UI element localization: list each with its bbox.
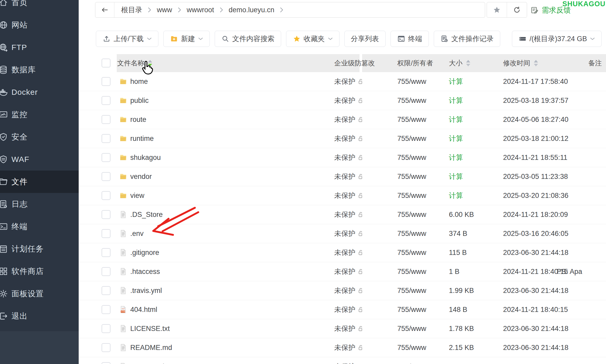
sidebar-item-网站[interactable]: 网站 [0,14,79,36]
disk-select-button[interactable]: /(根目录)37.24 GB [512,31,602,47]
file-name[interactable]: vendor [130,167,152,186]
file-name[interactable]: .DS_Store [130,205,163,224]
row-checkbox[interactable] [102,286,110,295]
row-checkbox[interactable] [102,267,110,276]
sidebar-item-文件[interactable]: 文件 [0,171,79,193]
file-remark: PS: Apa [557,262,582,281]
breadcrumb-item[interactable]: wwwroot [187,6,214,14]
row-checkbox[interactable] [102,191,110,200]
file-name[interactable]: .htaccess [130,262,160,281]
file-name[interactable]: README.md [130,338,172,357]
sort-toggle-icon[interactable] [466,60,470,66]
file-name[interactable]: shukagou [130,148,161,167]
refresh-button[interactable] [507,2,527,17]
table-row: public 未保护 755/www 计算 2025-03-18 19:37:5… [79,91,606,110]
file-name[interactable]: LICENSE.txt [130,319,170,338]
tamper-status[interactable]: 未保护 [334,338,364,357]
tamper-status[interactable]: 未保护 [334,205,364,224]
share-list-button[interactable]: 分享列表 [344,31,386,47]
sidebar-item-日志[interactable]: 日志 [0,193,79,215]
sort-toggle-icon[interactable] [148,60,152,66]
file-name[interactable]: route [130,110,146,129]
column-header-name[interactable]: 文件名称 [117,54,152,72]
content-search-button[interactable]: 文件内容搜索 [215,31,281,47]
tamper-status[interactable]: 未保护 [334,243,364,262]
file-name[interactable]: view [130,186,144,205]
file-name[interactable]: .env [130,224,144,243]
calc-size-link[interactable]: 计算 [449,172,463,181]
tamper-status[interactable]: 未保护 [334,281,364,300]
file-name[interactable]: home [130,72,148,91]
file-size: 2.15 KB [449,338,474,357]
row-checkbox[interactable] [102,248,110,257]
calc-size-link[interactable]: 计算 [449,153,463,162]
sidebar-item-退出[interactable]: 退出 [0,305,79,327]
calc-size-link[interactable]: 计算 [449,191,463,200]
row-checkbox[interactable] [102,362,110,364]
chevron-down-icon [198,37,203,40]
upload-download-button[interactable]: 上传/下载 [96,31,158,47]
row-checkbox[interactable] [102,343,110,352]
sidebar-item-FTP[interactable]: FTP [0,36,79,59]
row-checkbox[interactable] [102,115,110,124]
row-checkbox[interactable] [102,210,110,219]
tamper-status[interactable]: 未保护 [334,262,364,281]
table-header: 文件名称 企业级防篡改 权限/所有者 大小 修改时间 备注 [79,54,606,72]
file-name[interactable]: .gitignore [130,243,159,262]
sort-toggle-icon[interactable] [534,60,538,66]
breadcrumb-item[interactable]: demo.lueyu.cn [229,6,275,14]
row-checkbox[interactable] [102,229,110,238]
file-mtime: 2023-06-30 21:44:18 [503,319,568,338]
file-oplog-button[interactable]: 文件操作记录 [434,31,500,47]
row-checkbox[interactable] [102,77,110,86]
sidebar-item-WAF[interactable]: WAF [0,148,79,171]
tamper-status[interactable]: 未保护 [334,167,364,186]
row-checkbox[interactable] [102,324,110,333]
breadcrumb-item[interactable]: www [157,6,172,14]
sidebar-item-首页[interactable]: 首页 [0,0,79,14]
calc-size-link[interactable]: 计算 [449,134,463,143]
tamper-status[interactable]: 未保护 [334,91,364,110]
tamper-status[interactable]: 未保护 [334,129,364,148]
file-name[interactable]: public [130,91,149,110]
favorites-button[interactable]: 收藏夹 [286,31,339,47]
new-button[interactable]: 新建 [163,31,210,47]
sidebar-item-数据库[interactable]: 数据库 [0,59,79,81]
select-all-checkbox[interactable] [102,59,110,67]
sidebar-item-软件商店[interactable]: 软件商店 [0,260,79,283]
sidebar-item-计划任务[interactable]: 计划任务 [0,238,79,260]
favorite-path-button[interactable] [487,2,507,17]
tamper-status[interactable]: 未保护 [334,319,364,338]
sidebar-item-面板设置[interactable]: 面板设置 [0,283,79,305]
calc-size-link[interactable]: 计算 [449,77,463,86]
tamper-status[interactable]: 未保护 [334,224,364,243]
tamper-status[interactable]: 未保护 [334,186,364,205]
back-button[interactable] [95,2,114,17]
file-name[interactable]: composer.json [130,357,176,364]
tamper-status[interactable]: 未保护 [334,357,364,364]
file-name[interactable]: 404.html [130,300,157,319]
sidebar-item-Docker[interactable]: Docker [0,81,79,103]
column-header-size[interactable]: 大小 [449,54,470,72]
file-name[interactable]: .travis.yml [130,281,162,300]
tamper-status[interactable]: 未保护 [334,110,364,129]
column-header-mtime[interactable]: 修改时间 [503,54,538,72]
breadcrumb-item[interactable]: 根目录 [121,5,142,15]
terminal-button[interactable]: 终端 [391,31,429,47]
row-checkbox[interactable] [102,134,110,143]
calc-size-link[interactable]: 计算 [449,115,463,124]
tamper-status[interactable]: 未保护 [334,148,364,167]
row-checkbox[interactable] [102,172,110,181]
sidebar-item-终端[interactable]: 终端 [0,215,79,238]
tamper-status[interactable]: 未保护 [334,300,364,319]
row-checkbox[interactable] [102,96,110,105]
row-checkbox[interactable] [102,153,110,162]
calc-size-link[interactable]: 计算 [449,96,463,105]
waf-shield-icon [0,154,8,164]
lock-open-icon [357,306,364,313]
tamper-status[interactable]: 未保护 [334,72,364,91]
sidebar-item-安全[interactable]: 安全 [0,126,79,148]
row-checkbox[interactable] [102,305,110,314]
file-name[interactable]: runtime [130,129,154,148]
sidebar-item-监控[interactable]: 监控 [0,103,79,126]
